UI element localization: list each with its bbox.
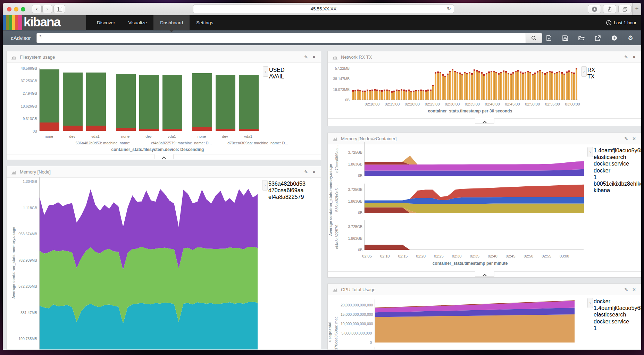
bar-tx[interactable] [566, 71, 568, 73]
bar-tx[interactable] [430, 90, 432, 91]
downloads-button[interactable] [588, 5, 601, 13]
bar-tx[interactable] [425, 90, 427, 92]
bar-tx[interactable] [525, 72, 526, 73]
bar-rx[interactable] [444, 77, 446, 100]
nav-tab-visualize[interactable]: Visualize [122, 15, 154, 30]
bar-rx[interactable] [561, 74, 563, 100]
bar-tx[interactable] [449, 71, 451, 72]
bar-avail[interactable] [63, 73, 83, 126]
memory-container-chart-plot-2[interactable] [364, 184, 584, 213]
bar-tx[interactable] [532, 74, 534, 75]
legend-item[interactable]: 536a482b0d53 [268, 181, 306, 187]
bar-rx[interactable] [354, 91, 356, 100]
bar-tx[interactable] [476, 70, 478, 71]
edit-panel-icon[interactable]: ✎ [624, 287, 628, 292]
bar-avail[interactable] [40, 69, 59, 122]
legend-item[interactable]: b0051cikixlbz8ehlkg8... [594, 181, 641, 187]
bar-rx[interactable] [522, 74, 524, 100]
bar-tx[interactable] [408, 90, 410, 91]
bar-tx[interactable] [527, 71, 529, 72]
bar-rx[interactable] [534, 74, 536, 100]
tab-overview-button[interactable] [618, 5, 632, 13]
bar-tx[interactable] [481, 72, 483, 74]
search-button[interactable] [526, 33, 542, 43]
bar-rx[interactable] [430, 91, 432, 100]
bar-tx[interactable] [452, 69, 453, 70]
bar-tx[interactable] [444, 76, 446, 77]
bar-used[interactable] [40, 122, 59, 131]
bar-tx[interactable] [500, 72, 502, 73]
bar-tx[interactable] [405, 90, 407, 92]
bar-tx[interactable] [576, 68, 577, 69]
bar-tx[interactable] [495, 72, 497, 74]
bar-tx[interactable] [427, 90, 429, 91]
kibana-logo[interactable]: kibana [3, 15, 86, 30]
bar-rx[interactable] [427, 91, 429, 100]
bar-rx[interactable] [396, 91, 398, 100]
bar-tx[interactable] [369, 90, 371, 92]
share-button[interactable] [603, 5, 616, 13]
legend-item[interactable]: docker [594, 168, 610, 174]
bar-rx[interactable] [432, 86, 434, 100]
bar-rx[interactable] [476, 71, 478, 100]
legend-item[interactable]: d70cea6f69aa [268, 187, 303, 194]
bar-avail[interactable] [86, 73, 106, 126]
bar-tx[interactable] [488, 71, 490, 73]
bar-tx[interactable] [437, 71, 439, 73]
bar-rx[interactable] [512, 74, 514, 100]
bar-used[interactable] [116, 128, 136, 131]
bar-tx[interactable] [471, 73, 473, 75]
bar-tx[interactable] [362, 91, 363, 92]
bar-tx[interactable] [520, 71, 521, 73]
bar-rx[interactable] [542, 73, 543, 100]
bar-rx[interactable] [568, 72, 570, 100]
bar-rx[interactable] [384, 91, 385, 100]
legend-item[interactable]: RX [587, 67, 595, 73]
bar-rx[interactable] [371, 91, 373, 100]
bar-tx[interactable] [573, 73, 575, 74]
bar-rx[interactable] [529, 73, 531, 100]
legend-item[interactable]: 1 [594, 174, 597, 180]
bar-rx[interactable] [517, 71, 519, 100]
new-tab-button[interactable]: + [632, 3, 641, 15]
legend-item[interactable]: elasticsearch [594, 312, 626, 318]
bar-tx[interactable] [522, 73, 524, 74]
close-panel-icon[interactable]: ✕ [632, 287, 636, 292]
browser-back-button[interactable]: ‹ [32, 5, 42, 13]
bar-rx[interactable] [393, 92, 395, 100]
bar-rx[interactable] [405, 92, 407, 100]
reload-icon[interactable]: ↻ [447, 5, 451, 13]
legend-item[interactable]: 1.4oamfjl0acuo5y68p... [594, 305, 641, 311]
bar-avail[interactable] [162, 75, 182, 129]
bar-tx[interactable] [537, 71, 538, 73]
zoom-window-icon[interactable] [21, 7, 25, 11]
bar-rx[interactable] [566, 73, 568, 100]
panel-collapse-toggle[interactable] [154, 154, 174, 159]
legend-collapse-toggle[interactable]: › [587, 298, 593, 308]
bar-rx[interactable] [401, 91, 402, 100]
legend-item[interactable]: USED [269, 67, 284, 73]
legend-collapse-toggle[interactable]: › [262, 180, 268, 191]
bar-tx[interactable] [415, 90, 417, 92]
bar-tx[interactable] [423, 90, 424, 91]
close-panel-icon[interactable]: ✕ [632, 54, 636, 60]
options-button[interactable]: ⚙ [627, 35, 634, 41]
bar-rx[interactable] [559, 72, 560, 100]
bar-rx[interactable] [491, 72, 492, 100]
filesystem-chart-plot[interactable] [39, 68, 258, 131]
bar-avail[interactable] [139, 75, 159, 129]
bar-rx[interactable] [435, 74, 436, 100]
bar-rx[interactable] [551, 73, 553, 100]
load-dashboard-button[interactable] [578, 35, 585, 41]
bar-rx[interactable] [442, 76, 444, 100]
address-bar[interactable]: 45.55.XX.XX ↻ [193, 5, 454, 13]
bar-rx[interactable] [576, 69, 577, 100]
bar-used[interactable] [216, 129, 235, 131]
bar-tx[interactable] [379, 90, 380, 91]
bar-tx[interactable] [386, 90, 388, 91]
bar-rx[interactable] [505, 73, 507, 100]
bar-tx[interactable] [561, 72, 563, 74]
bar-tx[interactable] [549, 71, 551, 72]
bar-avail[interactable] [239, 75, 259, 129]
bar-tx[interactable] [556, 72, 558, 73]
